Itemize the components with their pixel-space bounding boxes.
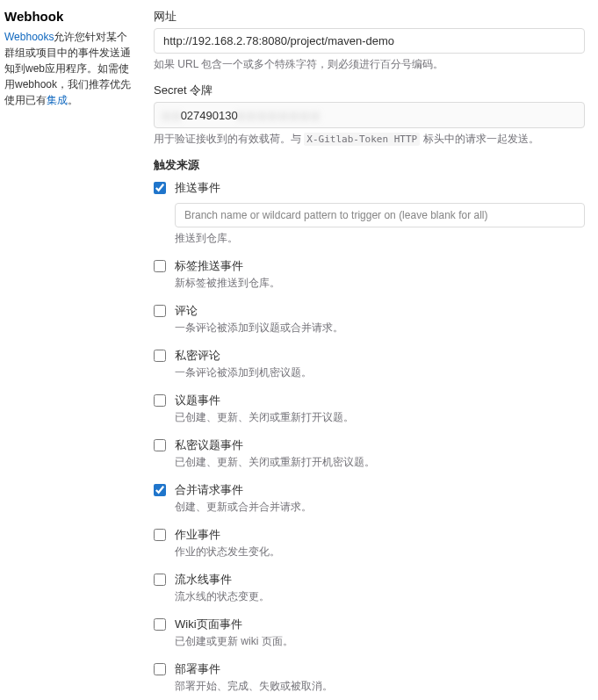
trigger-row: 标签推送事件新标签被推送到仓库。 — [154, 258, 585, 291]
url-label: 网址 — [154, 9, 585, 25]
trigger-row: 流水线事件流水线的状态变更。 — [154, 572, 585, 604]
trigger-description: 已创建、更新、关闭或重新打开机密议题。 — [175, 455, 585, 470]
secret-group: Secret 令牌 x x027490130x x x x x x x x 用于… — [154, 83, 585, 147]
trigger-checkbox[interactable] — [154, 305, 166, 317]
trigger-row: 私密议题事件已创建、更新、关闭或重新打开机密议题。 — [154, 437, 585, 470]
trigger-checkbox[interactable] — [154, 529, 166, 541]
trigger-description: 创建、更新或合并合并请求。 — [175, 500, 585, 515]
trigger-description: 新标签被推送到仓库。 — [175, 276, 585, 291]
trigger-row: 议题事件已创建、更新、关闭或重新打开议题。 — [154, 393, 585, 425]
trigger-description: 一条评论被添加到机密议题。 — [175, 365, 585, 380]
trigger-row: Wiki页面事件已创建或更新 wiki 页面。 — [154, 617, 585, 649]
trigger-title: 流水线事件 — [175, 572, 585, 588]
trigger-description: 推送到仓库。 — [175, 231, 585, 246]
secret-input[interactable]: x x027490130x x x x x x x x — [154, 102, 585, 128]
url-group: 网址 如果 URL 包含一个或多个特殊字符，则必须进行百分号编码。 — [154, 9, 585, 72]
trigger-checkbox[interactable] — [154, 574, 166, 586]
secret-help: 用于验证接收到的有效载荷。与 X-Gitlab-Token HTTP 标头中的请… — [154, 132, 585, 147]
trigger-checkbox[interactable] — [154, 182, 166, 194]
trigger-title: 私密议题事件 — [175, 437, 585, 453]
trigger-title: 合并请求事件 — [175, 482, 585, 498]
integrations-link[interactable]: 集成 — [47, 94, 68, 106]
trigger-row: 推送事件推送到仓库。 — [154, 180, 585, 246]
sidebar-description: Webhooks允许您针对某个群组或项目中的事件发送通知到web应用程序。如需使… — [4, 29, 136, 108]
trigger-row: 作业事件作业的状态发生变化。 — [154, 527, 585, 559]
trigger-title: 评论 — [175, 303, 585, 319]
triggers-section-label: 触发来源 — [154, 157, 585, 173]
trigger-row: 私密评论一条评论被添加到机密议题。 — [154, 348, 585, 380]
trigger-checkbox[interactable] — [154, 394, 166, 407]
trigger-description: 已创建、更新、关闭或重新打开议题。 — [175, 410, 585, 425]
sidebar: Webhook Webhooks允许您针对某个群组或项目中的事件发送通知到web… — [4, 9, 136, 700]
trigger-title: 推送事件 — [175, 180, 585, 196]
trigger-description: 一条评论被添加到议题或合并请求。 — [175, 321, 585, 336]
url-help: 如果 URL 包含一个或多个特殊字符，则必须进行百分号编码。 — [154, 57, 585, 72]
triggers-list: 推送事件推送到仓库。标签推送事件新标签被推送到仓库。评论一条评论被添加到议题或合… — [154, 180, 585, 700]
trigger-checkbox[interactable] — [154, 260, 166, 272]
trigger-checkbox[interactable] — [154, 618, 166, 631]
url-input[interactable] — [154, 28, 585, 54]
trigger-row: 合并请求事件创建、更新或合并合并请求。 — [154, 482, 585, 515]
trigger-description: 部署开始、完成、失败或被取消。 — [175, 679, 585, 694]
trigger-title: 议题事件 — [175, 393, 585, 408]
trigger-title: 作业事件 — [175, 527, 585, 543]
trigger-title: 标签推送事件 — [175, 258, 585, 274]
trigger-description: 作业的状态发生变化。 — [175, 545, 585, 559]
main-form: 网址 如果 URL 包含一个或多个特殊字符，则必须进行百分号编码。 Secret… — [154, 9, 585, 700]
secret-label: Secret 令牌 — [154, 83, 585, 98]
branch-filter-input[interactable] — [175, 203, 585, 227]
trigger-checkbox[interactable] — [154, 439, 166, 451]
trigger-title: 部署事件 — [175, 661, 585, 677]
webhooks-link[interactable]: Webhooks — [4, 31, 54, 43]
page-title: Webhook — [4, 9, 136, 24]
trigger-row: 部署事件部署开始、完成、失败或被取消。 — [154, 661, 585, 694]
trigger-row: 评论一条评论被添加到议题或合并请求。 — [154, 303, 585, 336]
trigger-title: 私密评论 — [175, 348, 585, 364]
trigger-description: 流水线的状态变更。 — [175, 589, 585, 604]
trigger-description: 已创建或更新 wiki 页面。 — [175, 634, 585, 649]
trigger-checkbox[interactable] — [154, 663, 166, 675]
trigger-checkbox[interactable] — [154, 484, 166, 496]
trigger-checkbox[interactable] — [154, 350, 166, 362]
trigger-title: Wiki页面事件 — [175, 617, 585, 632]
